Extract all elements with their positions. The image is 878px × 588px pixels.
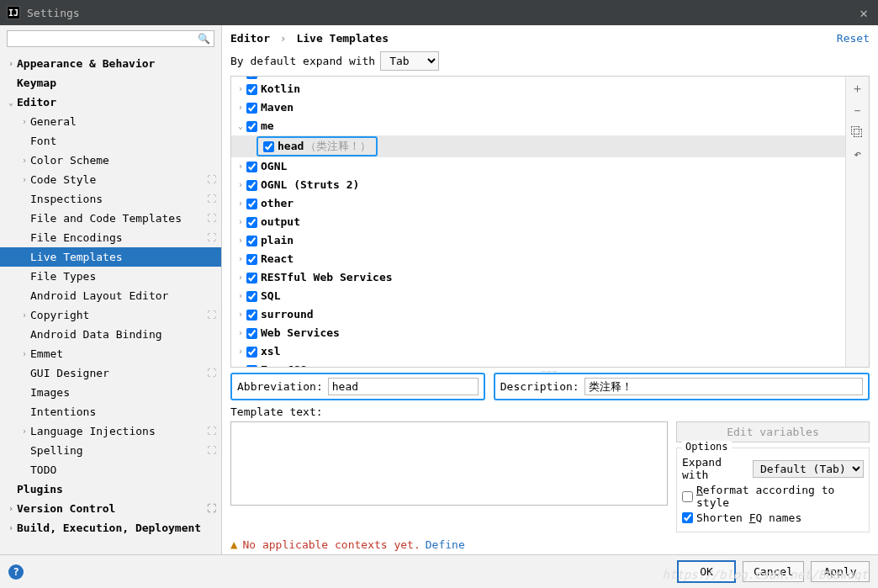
copy-icon[interactable]: ⿻ (849, 124, 866, 140)
template-checkbox[interactable] (246, 77, 257, 79)
template-group[interactable]: ›other (231, 194, 845, 213)
apply-button[interactable]: Apply (811, 561, 870, 582)
breadcrumb: Editor › Live Templates Reset (230, 32, 870, 45)
template-group[interactable]: ›OGNL (231, 157, 845, 176)
reset-link[interactable]: Reset (837, 32, 870, 45)
help-icon[interactable]: ? (8, 564, 24, 580)
sidebar-item[interactable]: ›Appearance & Behavior (0, 54, 221, 73)
template-group[interactable]: ›Web Services (231, 324, 845, 342)
template-item[interactable]: head（类注释！） (231, 135, 845, 157)
abbreviation-input[interactable] (328, 378, 479, 395)
template-group[interactable]: ›output (231, 213, 845, 231)
template-checkbox[interactable] (263, 141, 274, 152)
remove-icon[interactable]: － (849, 102, 866, 119)
template-checkbox[interactable] (246, 291, 257, 302)
sidebar-item-label: Live Templates (30, 251, 123, 263)
template-label: me (261, 118, 274, 135)
sidebar-item[interactable]: Intentions (0, 402, 221, 421)
template-checkbox[interactable] (246, 273, 257, 283)
shorten-checkbox[interactable] (682, 512, 693, 523)
expand-with-select[interactable]: Default (Tab) (753, 460, 864, 478)
sidebar-item[interactable]: TODO (0, 460, 221, 479)
sidebar-item[interactable]: Live Templates (0, 247, 221, 267)
template-list[interactable]: ›JSP›Kotlin›Maven⌄mehead（类注释！）›OGNL›OGNL… (231, 77, 845, 367)
sidebar-item[interactable]: Font (0, 131, 221, 151)
sidebar-item-label: Emmet (30, 347, 63, 360)
chevron-right-icon: › (235, 77, 246, 79)
template-group[interactable]: ›RESTful Web Services (231, 268, 845, 287)
cancel-button[interactable]: Cancel (743, 561, 804, 582)
search-input[interactable]: 🔍 (7, 30, 214, 47)
chevron-icon: › (19, 117, 30, 126)
template-checkbox[interactable] (246, 162, 257, 172)
sidebar-item[interactable]: File Types (0, 267, 221, 286)
sidebar-item[interactable]: ›Code Style⛶ (0, 170, 221, 189)
ok-button[interactable]: OK (677, 560, 736, 583)
add-icon[interactable]: ＋ (849, 80, 866, 97)
template-group[interactable]: ⌄me (231, 117, 845, 135)
settings-tree[interactable]: ›Appearance & BehaviorKeymap⌄Editor›Gene… (0, 52, 221, 554)
template-group[interactable]: ›xsl (231, 342, 845, 361)
sidebar-item[interactable]: GUI Designer⛶ (0, 363, 221, 383)
reformat-checkbox[interactable] (682, 491, 693, 502)
sidebar-item[interactable]: ›Version Control⛶ (0, 499, 221, 518)
sidebar-item[interactable]: File and Code Templates⛶ (0, 209, 221, 228)
template-checkbox[interactable] (246, 180, 257, 191)
sidebar-item[interactable]: Android Layout Editor (0, 286, 221, 305)
template-group[interactable]: ›React (231, 250, 845, 268)
sidebar-item[interactable]: ›Copyright⛶ (0, 305, 221, 325)
sidebar-item[interactable]: ›Build, Execution, Deployment (0, 518, 221, 538)
define-link[interactable]: Define (426, 538, 465, 551)
search-field[interactable] (11, 33, 198, 45)
chevron-icon: › (19, 310, 30, 320)
description-field: Description: (494, 373, 870, 400)
chevron-right-icon: › (235, 362, 246, 367)
template-text-editor[interactable] (230, 421, 668, 506)
template-group[interactable]: ›OGNL (Struts 2) (231, 176, 845, 194)
template-checkbox[interactable] (246, 103, 257, 114)
template-toolbar: ＋ － ⿻ ↶ (845, 77, 869, 367)
template-group[interactable]: ›SQL (231, 287, 845, 305)
sidebar-item[interactable]: ›Color Scheme (0, 151, 221, 170)
chevron-right-icon: › (235, 214, 246, 230)
description-input[interactable] (584, 378, 863, 395)
template-checkbox[interactable] (246, 121, 257, 132)
template-group[interactable]: ›Zen CSS (231, 361, 845, 367)
sidebar-item[interactable]: File Encodings⛶ (0, 228, 221, 247)
template-checkbox[interactable] (246, 254, 257, 265)
content-panel: Editor › Live Templates Reset By default… (222, 25, 878, 554)
template-group[interactable]: ›plain (231, 231, 845, 250)
template-checkbox[interactable] (246, 328, 257, 339)
sidebar-item[interactable]: ›General (0, 112, 221, 131)
sidebar-item-label: Version Control (17, 502, 115, 515)
expand-select[interactable]: Tab (380, 51, 439, 71)
abbreviation-label: Abbreviation: (237, 380, 323, 393)
sidebar-item-label: Spelling (30, 444, 83, 457)
template-checkbox[interactable] (246, 365, 257, 368)
template-checkbox[interactable] (246, 236, 257, 246)
close-icon[interactable]: ✕ (856, 5, 871, 21)
sidebar-item-label: Appearance & Behavior (17, 57, 155, 70)
sidebar-item[interactable]: ⌄Editor (0, 93, 221, 112)
warning-icon: ▲ (230, 538, 237, 551)
template-checkbox[interactable] (246, 199, 257, 209)
template-group[interactable]: ›Kotlin (231, 80, 845, 98)
template-checkbox[interactable] (246, 310, 257, 320)
breadcrumb-part: Live Templates (296, 32, 389, 45)
sidebar-item[interactable]: Keymap (0, 73, 221, 93)
sidebar-item[interactable]: Spelling⛶ (0, 441, 221, 460)
template-checkbox[interactable] (246, 217, 257, 228)
sidebar-item[interactable]: ›Language Injections⛶ (0, 421, 221, 441)
template-group[interactable]: ›surround (231, 305, 845, 324)
template-group[interactable]: ›Maven (231, 98, 845, 117)
sidebar-item[interactable]: Images (0, 383, 221, 402)
options-legend: Options (682, 441, 732, 453)
sidebar-item[interactable]: Inspections⛶ (0, 189, 221, 209)
sidebar-item-label: Code Style (30, 173, 96, 186)
template-checkbox[interactable] (246, 84, 257, 95)
sidebar-item[interactable]: ›Emmet (0, 344, 221, 363)
sidebar-item[interactable]: Plugins (0, 479, 221, 499)
sidebar-item[interactable]: Android Data Binding (0, 325, 221, 344)
revert-icon[interactable]: ↶ (849, 146, 866, 162)
template-checkbox[interactable] (246, 347, 257, 358)
